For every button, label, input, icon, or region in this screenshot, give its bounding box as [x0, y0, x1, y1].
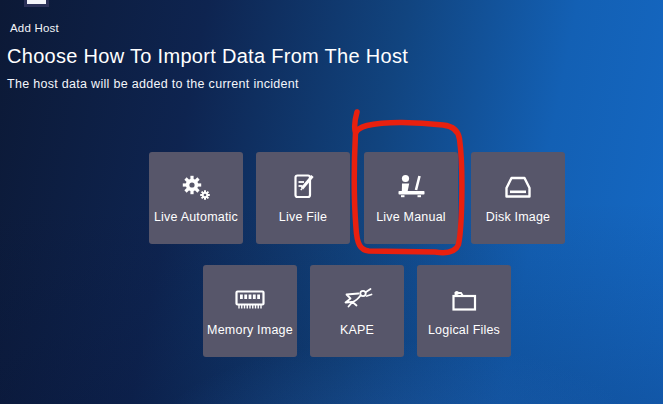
- tile-live-file[interactable]: Live File: [256, 152, 350, 244]
- gears-icon: [176, 172, 216, 202]
- person-laptop-icon: [391, 172, 431, 202]
- page-subtitle: The host data will be added to the curre…: [7, 77, 299, 91]
- tile-label: Logical Files: [428, 323, 500, 337]
- tile-memory-image[interactable]: Memory Image: [203, 265, 297, 357]
- window-icon: [24, 0, 49, 7]
- ram-icon: [230, 285, 270, 315]
- tile-label: Disk Image: [486, 210, 551, 224]
- tile-logical-files[interactable]: Logical Files: [417, 265, 511, 357]
- tile-live-automatic[interactable]: Live Automatic: [149, 152, 243, 244]
- folder-icon: [444, 285, 484, 315]
- tile-label: Live Automatic: [154, 210, 238, 224]
- page-title: Choose How To Import Data From The Host: [7, 45, 408, 68]
- superhero-icon: [337, 285, 377, 315]
- window-icon-glass: [27, 0, 46, 4]
- tile-label: Live File: [279, 210, 327, 224]
- tile-disk-image[interactable]: Disk Image: [471, 152, 565, 244]
- tile-label: Live Manual: [376, 210, 446, 224]
- tile-label: KAPE: [340, 323, 374, 337]
- tile-kape[interactable]: KAPE: [310, 265, 404, 357]
- add-host-screen: Add Host Choose How To Import Data From …: [0, 0, 663, 404]
- tile-live-manual[interactable]: Live Manual: [364, 152, 458, 244]
- breadcrumb: Add Host: [10, 22, 59, 34]
- file-edit-icon: [283, 172, 323, 202]
- tile-label: Memory Image: [207, 323, 293, 337]
- disk-drive-icon: [498, 172, 538, 202]
